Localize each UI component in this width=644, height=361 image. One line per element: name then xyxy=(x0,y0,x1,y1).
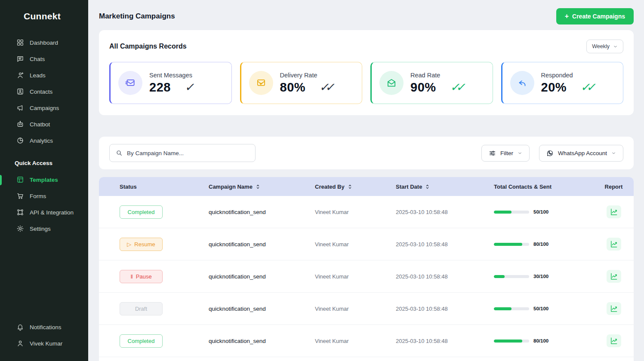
analytics-pie-icon xyxy=(16,137,24,144)
app-logo: Cunnekt xyxy=(0,11,88,34)
report-button[interactable] xyxy=(607,302,621,315)
report-button[interactable] xyxy=(607,334,621,347)
records-card-title: All Campaigns Records xyxy=(109,43,187,50)
create-campaigns-button[interactable]: + Create Campaigns xyxy=(556,8,634,24)
pause-icon: ‖ xyxy=(130,273,132,280)
start-date-cell: 2025-03-10 10:58:48 xyxy=(396,241,494,248)
sidebar-item-label: Vivek Kumar xyxy=(30,340,62,347)
status-badge[interactable]: Completed xyxy=(120,205,163,219)
stat-value: 20% xyxy=(541,80,567,95)
delivery-envelope-icon xyxy=(249,71,273,95)
forms-cart-icon xyxy=(16,192,24,200)
created-by-cell: Vineet Kumar xyxy=(315,273,396,280)
start-date-cell: 2025-03-10 10:58:48 xyxy=(396,273,494,280)
chevron-down-icon xyxy=(518,151,522,156)
sidebar-item-analytics[interactable]: Analytics xyxy=(0,132,88,149)
progress-label: 30/100 xyxy=(533,274,548,279)
whatsapp-account-label: WhatsApp Account xyxy=(558,150,607,156)
created-by-cell: Vineet Kumar xyxy=(315,306,396,312)
contacts-sent-cell: 80/100 xyxy=(494,242,594,247)
dashboard-grid-icon xyxy=(16,39,24,46)
report-button[interactable] xyxy=(607,238,621,251)
sidebar-item-label: Forms xyxy=(30,193,46,199)
campaign-search-box[interactable] xyxy=(109,144,256,162)
status-badge[interactable]: Completed xyxy=(120,334,163,348)
sidebar-item-chatbot[interactable]: Chatbot xyxy=(0,116,88,132)
column-header-campaign-name[interactable]: Campaign Name xyxy=(209,184,315,190)
sidebar-item-dashboard[interactable]: Dashboard xyxy=(0,34,88,51)
sidebar-item-settings[interactable]: Settings xyxy=(0,220,88,237)
chatbot-icon xyxy=(16,120,24,128)
filter-button[interactable]: Filter xyxy=(481,145,530,162)
double-check-green-icon xyxy=(450,82,468,93)
progress-label: 80/100 xyxy=(533,242,548,247)
column-header-status: Status xyxy=(120,184,209,190)
start-date-cell: 2025-03-10 10:58:48 xyxy=(396,338,494,344)
sidebar-item-label: Notifications xyxy=(30,324,62,330)
campaign-name-cell: quicknotification_send xyxy=(209,241,315,248)
stat-card-delivery-rate: Delivery Rate 80% xyxy=(240,62,363,104)
campaign-name-cell: quicknotification_send xyxy=(209,306,315,312)
sidebar-item-label: Dashboard xyxy=(30,40,58,46)
period-select[interactable]: Weekly xyxy=(586,40,623,53)
contacts-sent-cell: 80/100 xyxy=(494,338,594,343)
stat-label: Sent Messages xyxy=(149,72,195,79)
megaphone-icon xyxy=(16,104,24,112)
search-icon xyxy=(116,150,123,156)
period-select-value: Weekly xyxy=(592,43,610,49)
sort-icon[interactable] xyxy=(347,184,353,190)
stat-label: Read Rate xyxy=(410,72,466,79)
sidebar-item-label: Campaigns xyxy=(30,105,59,111)
progress-bar xyxy=(494,340,529,343)
sidebar-item-label: Templates xyxy=(30,177,58,183)
status-badge[interactable]: ‖Pause xyxy=(120,270,163,283)
progress-bar xyxy=(494,211,529,214)
active-indicator xyxy=(0,175,2,185)
table-row: Completed quicknotification_send Vineet … xyxy=(99,196,634,228)
create-campaigns-label: Create Campaigns xyxy=(572,13,625,20)
sidebar-item-templates[interactable]: Templates xyxy=(0,171,88,188)
quick-access-heading: Quick Access xyxy=(0,149,88,171)
sidebar-item-leads[interactable]: Leads xyxy=(0,67,88,83)
campaign-search-input[interactable] xyxy=(127,150,249,156)
progress-label: 50/100 xyxy=(533,209,548,214)
start-date-cell: 2025-03-10 10:58:48 xyxy=(396,209,494,215)
campaign-name-cell: quicknotification_send xyxy=(209,338,315,344)
stat-card-read-rate: Read Rate 90% xyxy=(370,62,493,104)
sidebar-item-label: Chatbot xyxy=(30,121,50,128)
all-campaigns-records-card: All Campaigns Records Weekly Sent Messag… xyxy=(99,30,634,115)
stat-label: Responded xyxy=(541,72,597,79)
stat-value: 228 xyxy=(149,80,171,95)
created-by-cell: Vineet Kumar xyxy=(315,209,396,215)
sidebar-item-notifications[interactable]: Notifications xyxy=(0,319,88,335)
column-header-start-date[interactable]: Start Date xyxy=(396,184,494,190)
whatsapp-icon xyxy=(546,150,554,157)
campaign-name-cell: quicknotification_send xyxy=(209,273,315,280)
page-title: Marketing Campaigns xyxy=(99,12,175,21)
sort-icon[interactable] xyxy=(425,184,430,190)
sidebar-item-contacts[interactable]: Contacts xyxy=(0,83,88,100)
app-window: Cunnekt Dashboard Chats Leads Contacts C… xyxy=(0,0,644,361)
sidebar-item-campaigns[interactable]: Campaigns xyxy=(0,100,88,116)
sidebar-item-chats[interactable]: Chats xyxy=(0,51,88,67)
bell-icon xyxy=(16,323,24,331)
sort-icon[interactable] xyxy=(255,184,261,190)
sidebar-footer: Notifications Vivek Kumar xyxy=(0,319,88,352)
status-badge[interactable]: ▷Resume xyxy=(120,238,163,251)
sidebar-item-forms[interactable]: Forms xyxy=(0,188,88,204)
column-header-created-by[interactable]: Created By xyxy=(315,184,396,190)
contacts-card-icon xyxy=(16,88,24,95)
chevron-down-icon xyxy=(611,151,616,156)
user-icon xyxy=(16,340,24,347)
sidebar-item-api-integration[interactable]: API & Integration xyxy=(0,204,88,220)
progress-label: 50/100 xyxy=(533,306,548,311)
report-button[interactable] xyxy=(607,270,621,283)
sidebar-item-label: Analytics xyxy=(30,138,53,144)
report-button[interactable] xyxy=(607,205,621,218)
templates-icon xyxy=(16,176,24,184)
progress-fill xyxy=(494,340,522,343)
chart-report-icon xyxy=(610,304,618,313)
whatsapp-account-button[interactable]: WhatsApp Account xyxy=(539,145,623,162)
sidebar-item-user-profile[interactable]: Vivek Kumar xyxy=(0,335,88,352)
progress-fill xyxy=(494,275,505,278)
